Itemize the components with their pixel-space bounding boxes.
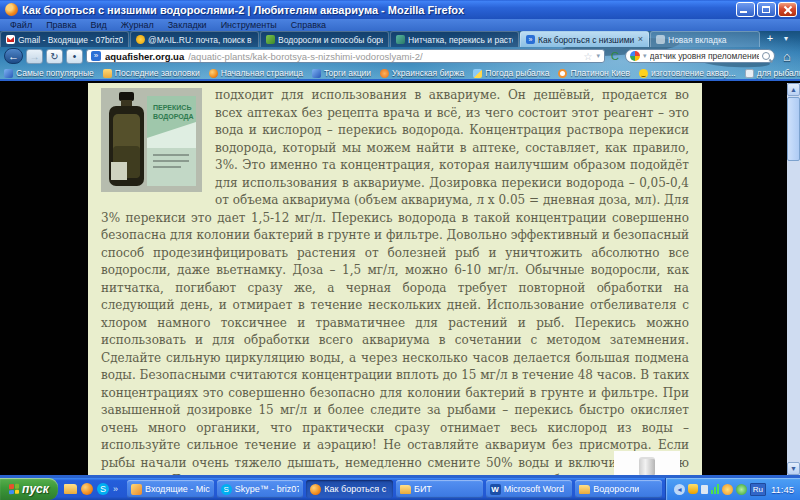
menu-view[interactable]: Вид: [85, 20, 113, 30]
bleach-canister-photo: [614, 451, 680, 475]
window-title: Как бороться с низшими водорослями-2 | Л…: [22, 4, 732, 16]
site-favicon: [266, 35, 275, 44]
url-dropdown-icon[interactable]: ▾: [596, 52, 600, 60]
task-inbox[interactable]: Входящие - Micro...: [127, 480, 214, 498]
tab-active-article[interactable]: » Как бороться с низшими водо... ×: [520, 31, 649, 47]
tab-label: Водоросли и способы борьбы ...: [278, 35, 383, 45]
folder-icon: [579, 485, 590, 494]
back-button[interactable]: ←: [4, 48, 23, 64]
quick-launch-bar: S »: [58, 483, 124, 495]
tab-gmail[interactable]: Gmail - Входящие - 07briz07@...: [0, 31, 129, 47]
tray-collapse-icon[interactable]: ◂: [674, 484, 685, 495]
bookmarks-toolbar: Самые популярные Последние заголовки Нач…: [0, 65, 800, 81]
browser-viewport: ПЕРЕКИСЬ ВОДОРОДА подходит для использов…: [0, 83, 800, 475]
site-favicon: [396, 35, 405, 44]
bookmark-icon: [380, 69, 389, 78]
firefox-icon: [209, 69, 218, 78]
task-word[interactable]: W Microsoft Word: [486, 480, 573, 498]
tab-bar: Gmail - Входящие - 07briz07@... @MAIL.RU…: [0, 31, 800, 47]
new-tab-button[interactable]: +: [761, 31, 779, 47]
bookmark-aquarium-making[interactable]: изготовление аквар...: [639, 68, 736, 78]
bookmark-latest-headlines[interactable]: Последние заголовки: [103, 68, 200, 78]
bookmark-weather-fishing[interactable]: Погода рыбалка: [473, 68, 549, 78]
vertical-scrollbar[interactable]: ▲ ▼: [787, 83, 800, 475]
bookmark-ukrainian-exchange[interactable]: Украинская биржа: [380, 68, 464, 78]
navigation-toolbar: ← → ↻ • » aquafisher.org.ua /aquatic-pla…: [0, 47, 800, 65]
clock: 11:45: [771, 484, 794, 495]
scroll-down-button[interactable]: ▼: [787, 462, 800, 475]
mail-icon: [131, 484, 142, 495]
search-engine-dropdown-icon[interactable]: ▾: [643, 52, 647, 60]
tab-label: @MAIL.RU: почта, поиск в ин...: [148, 35, 253, 45]
url-bar[interactable]: » aquafisher.org.ua /aquatic-plants/kak-…: [86, 49, 605, 63]
tab-close-icon[interactable]: ×: [638, 35, 643, 44]
start-button[interactable]: пуск: [0, 478, 58, 500]
menu-edit[interactable]: Правка: [40, 20, 82, 30]
task-folder-bit[interactable]: БИТ: [396, 480, 483, 498]
menu-tools[interactable]: Инструменты: [215, 20, 283, 30]
taskbar-tasks: Входящие - Micro... S Skype™ - briz070 К…: [124, 480, 665, 498]
addon-button-2[interactable]: •: [66, 49, 83, 64]
ring-icon: [558, 69, 567, 78]
reload-button[interactable]: C: [608, 50, 622, 62]
skype-icon[interactable]: S: [97, 483, 109, 495]
page-icon: [745, 69, 754, 78]
menu-bookmarks[interactable]: Закладки: [162, 20, 213, 30]
search-box[interactable]: ▾ датчик уровня преломление воды: [625, 49, 775, 63]
bookmark-icon: [4, 69, 13, 78]
firefox-icon: [5, 3, 18, 16]
search-input[interactable]: датчик уровня преломление воды: [650, 51, 759, 61]
task-folder-vodorosli[interactable]: Водоросли: [575, 480, 662, 498]
network-signal-icon[interactable]: [711, 484, 719, 494]
home-button[interactable]: ⌂: [778, 49, 796, 64]
aquafisher-favicon: »: [526, 35, 535, 44]
minimize-button[interactable]: [736, 2, 755, 17]
antivirus-icon[interactable]: [722, 484, 733, 495]
status-icon[interactable]: [736, 484, 747, 495]
svg-text:ПЕРЕКИСЬ: ПЕРЕКИСЬ: [153, 104, 191, 111]
bookmark-trading[interactable]: Торги акции: [312, 68, 371, 78]
quick-launch-more-icon[interactable]: »: [113, 484, 118, 494]
firefox-icon: [310, 484, 321, 495]
svg-text:ВОДОРОДА: ВОДОРОДА: [153, 113, 194, 121]
bookmark-home-page[interactable]: Начальная страница: [209, 68, 303, 78]
tab-list-dropdown-icon[interactable]: ▾: [779, 31, 793, 47]
magnifier-icon[interactable]: [762, 52, 770, 60]
tray-app-icon[interactable]: [701, 485, 708, 494]
google-search-icon: [630, 51, 640, 61]
bookmark-most-visited[interactable]: Самые популярные: [4, 68, 94, 78]
skype-icon: S: [221, 484, 232, 495]
menu-help[interactable]: Справка: [285, 20, 332, 30]
start-label: пуск: [22, 482, 49, 496]
menu-file[interactable]: Файл: [4, 20, 38, 30]
url-domain: aquafisher.org.ua: [105, 51, 184, 62]
task-skype[interactable]: S Skype™ - briz070: [217, 480, 304, 498]
tab-vodorosli[interactable]: Водоросли и способы борьбы ...: [260, 31, 389, 47]
menu-history[interactable]: Журнал: [115, 20, 160, 30]
firefox-icon[interactable]: [81, 483, 93, 495]
language-indicator[interactable]: Ru: [750, 483, 766, 496]
addon-button-1[interactable]: ↻: [46, 49, 63, 64]
folder-icon: [400, 485, 411, 494]
forward-button[interactable]: →: [26, 49, 43, 64]
title-bar: Как бороться с низшими водорослями-2 | Л…: [0, 0, 800, 19]
restore-button[interactable]: [757, 2, 776, 17]
scrollbar-thumb[interactable]: [787, 97, 800, 161]
bookmark-for-fishing[interactable]: для рыбалка: [745, 68, 800, 78]
tab-mailru[interactable]: @MAIL.RU: почта, поиск в ин...: [130, 31, 259, 47]
bookmark-star-icon[interactable]: ☆: [584, 51, 593, 62]
blank-favicon: [656, 35, 665, 44]
canister-shape: [639, 457, 655, 475]
folder-icon[interactable]: [64, 484, 77, 494]
tab-nitchatka[interactable]: Нитчатка, перекись и растен...: [390, 31, 519, 47]
shield-icon[interactable]: [688, 484, 698, 494]
scroll-up-button[interactable]: ▲: [787, 83, 800, 96]
window-controls: [736, 2, 797, 17]
weather-icon: [473, 69, 482, 78]
windows-logo-icon: [9, 484, 19, 495]
bookmark-platinon-kiev[interactable]: Платинон Киев: [558, 68, 630, 78]
taskbar: пуск S » Входящие - Micro... S Skype™ - …: [0, 478, 800, 500]
tab-new[interactable]: Новая вкладка: [650, 31, 760, 47]
close-button[interactable]: [778, 2, 797, 17]
task-firefox-active[interactable]: Как бороться с н...: [306, 480, 393, 498]
